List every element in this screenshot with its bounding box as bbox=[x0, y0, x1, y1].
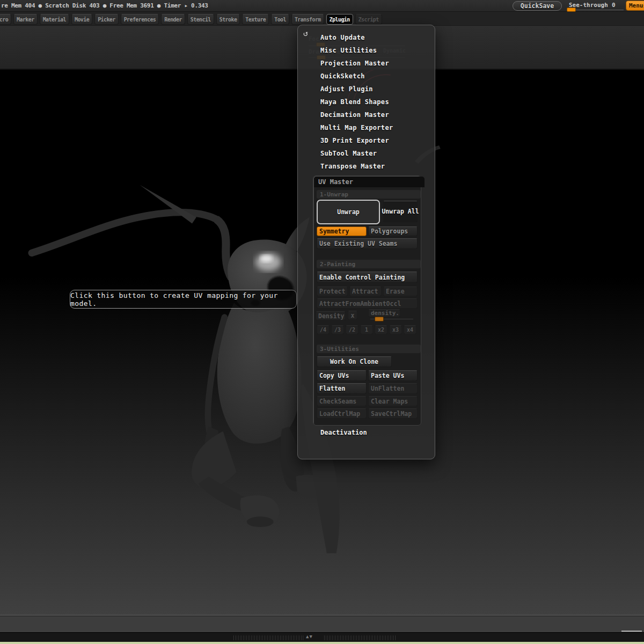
zplugin-menu-item[interactable]: Auto Update bbox=[298, 34, 435, 47]
paste-uvs-button[interactable]: Paste UVs bbox=[368, 370, 418, 381]
menu-tab[interactable]: Preferences bbox=[121, 14, 159, 25]
density-divisor-button[interactable]: 1 bbox=[360, 325, 373, 334]
zplugin-menu-item[interactable]: Multi Map Exporter bbox=[298, 124, 435, 137]
see-through-slider-handle[interactable] bbox=[567, 8, 576, 12]
enable-control-painting-button[interactable]: Enable Control Painting bbox=[317, 272, 418, 283]
zplugin-menu-item[interactable]: Decimation Master bbox=[298, 111, 435, 124]
bottom-tray-strip bbox=[0, 616, 644, 632]
tray-resize-icon[interactable]: ▲▼ bbox=[306, 634, 313, 639]
uv-master-header[interactable]: UV Master bbox=[314, 177, 425, 187]
density-slider-label: density. bbox=[368, 309, 400, 317]
deactivation-menu-item[interactable]: Deactivation bbox=[320, 429, 367, 436]
density-divisor-button[interactable]: /3 bbox=[331, 325, 344, 334]
menus-button[interactable]: Menus bbox=[626, 1, 644, 11]
quicksave-button[interactable]: QuickSave bbox=[513, 1, 562, 11]
zplugin-menu-item[interactable]: 3D Print Exporter bbox=[298, 137, 435, 150]
load-ctrl-map-button[interactable]: LoadCtrlMap bbox=[317, 408, 367, 419]
section-painting[interactable]: 2-Painting bbox=[317, 260, 421, 268]
zplugin-menu-item[interactable]: Misc Utilities bbox=[298, 47, 435, 60]
density-divisor-button[interactable]: /4 bbox=[317, 325, 330, 334]
menu-tab[interactable]: Transform bbox=[291, 14, 324, 25]
menu-tab[interactable]: Macro bbox=[0, 14, 11, 25]
density-slider-handle[interactable] bbox=[375, 317, 384, 321]
use-existing-uv-seams-button[interactable]: Use Existing UV Seams bbox=[317, 238, 418, 249]
section-unwrap[interactable]: 1-Unwrap bbox=[317, 190, 421, 199]
title-bar: re Mem 404 ● Scratch Disk 403 ● Free Mem… bbox=[0, 0, 644, 12]
attract-button[interactable]: Attract bbox=[349, 287, 382, 296]
tray-grip-right[interactable] bbox=[324, 635, 396, 640]
menu-tab[interactable]: Marker bbox=[13, 14, 38, 25]
menu-tab[interactable]: Picker bbox=[94, 14, 119, 25]
see-through-value: 0 bbox=[612, 2, 616, 9]
attract-from-ambient-occl-button[interactable]: AttractFromAmbientOccl bbox=[317, 298, 418, 309]
zplugin-menu-item[interactable]: Projection Master bbox=[298, 60, 435, 72]
polygroups-button[interactable]: Polygroups bbox=[368, 226, 418, 236]
zplugin-menu-item[interactable]: Transpose Master bbox=[298, 163, 435, 175]
menu-tab[interactable]: Movie bbox=[71, 14, 92, 25]
copy-uvs-button[interactable]: Copy UVs bbox=[317, 370, 367, 381]
menu-tab[interactable]: Texture bbox=[242, 14, 269, 25]
menu-tab[interactable]: Tool bbox=[271, 14, 289, 25]
density-x-button[interactable]: x bbox=[348, 311, 357, 320]
uv-mapping-tooltip: Click this button to create UV mapping f… bbox=[70, 290, 297, 309]
zplugin-popup-menu: ↻ Auto UpdateMisc UtilitiesProjection Ma… bbox=[297, 25, 435, 459]
zbrush-app: re Mem 404 ● Scratch Disk 403 ● Free Mem… bbox=[0, 0, 644, 644]
zplugin-menu-item[interactable]: QuickSketch bbox=[298, 72, 435, 85]
memory-status-text: re Mem 404 ● Scratch Disk 403 ● Free Mem… bbox=[1, 2, 208, 9]
resize-handle[interactable] bbox=[621, 631, 642, 632]
tray-grip-left[interactable] bbox=[233, 635, 303, 640]
menu-tab[interactable]: Zplugin bbox=[326, 14, 353, 25]
flatten-button[interactable]: Flatten bbox=[317, 383, 367, 394]
unflatten-button[interactable]: UnFlatten bbox=[368, 383, 418, 394]
menu-tab[interactable]: Render bbox=[161, 14, 185, 25]
density-label: Density bbox=[316, 311, 346, 320]
zplugin-menu-item[interactable]: Maya Blend Shapes bbox=[298, 98, 435, 111]
menu-tab[interactable]: Stencil bbox=[187, 14, 214, 25]
zplugin-menu-item[interactable]: SubTool Master bbox=[298, 150, 435, 163]
section-utilities[interactable]: 3-Utilities bbox=[317, 345, 421, 353]
work-on-clone-button[interactable]: Work On Clone bbox=[317, 356, 392, 367]
save-ctrl-map-button[interactable]: SaveCtrlMap bbox=[368, 408, 418, 419]
erase-button[interactable]: Erase bbox=[383, 287, 418, 296]
protect-button[interactable]: Protect bbox=[317, 287, 348, 296]
unwrap-all-button[interactable]: Unwrap All bbox=[383, 201, 418, 222]
bottom-divider-bar: ▲▼ bbox=[0, 632, 644, 642]
menu-tab[interactable]: Stroke bbox=[216, 14, 240, 25]
density-divisor-button[interactable]: x3 bbox=[389, 325, 402, 334]
checkseams-button[interactable]: CheckSeams bbox=[317, 396, 367, 406]
bottom-shelf-edge bbox=[0, 642, 644, 644]
density-divisor-button[interactable]: x2 bbox=[375, 325, 387, 334]
menu-tab[interactable]: Zscript bbox=[355, 14, 382, 25]
clear-maps-button[interactable]: Clear Maps bbox=[368, 396, 418, 406]
density-divisor-button[interactable]: /2 bbox=[346, 325, 358, 334]
menu-bar: MacroMarkerMaterialMoviePickerPreference… bbox=[0, 12, 644, 26]
menu-tab[interactable]: Material bbox=[40, 14, 69, 25]
unwrap-button[interactable]: Unwrap bbox=[317, 200, 380, 224]
uv-master-panel: UV Master 1-Unwrap Unwrap Unwrap All Sym… bbox=[313, 175, 421, 426]
symmetry-button[interactable]: Symmetry bbox=[317, 226, 367, 236]
density-divisor-button[interactable]: x4 bbox=[404, 325, 416, 334]
zplugin-menu-item[interactable]: Adjust Plugin bbox=[298, 85, 435, 98]
